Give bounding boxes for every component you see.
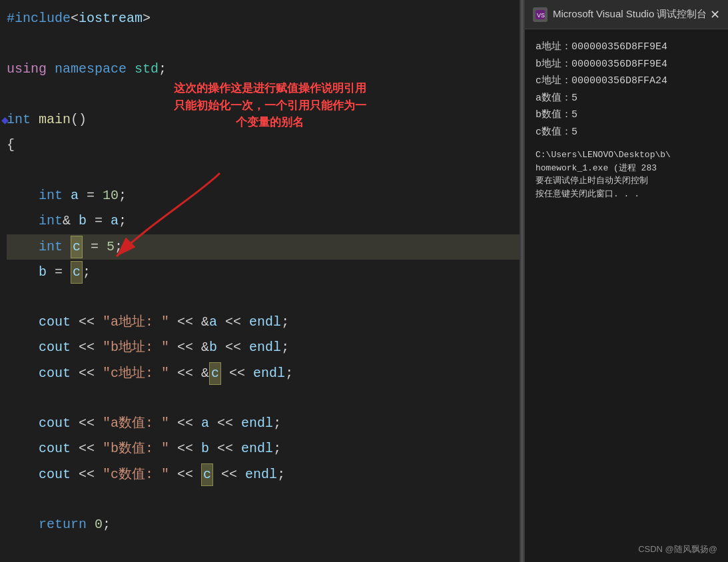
console-output-line-1: a地址：000000356D8FF9E4 xyxy=(536,39,717,56)
console-path-text: C:\Users\LENOVO\Desktop\b\ homework_1.ex… xyxy=(536,148,717,200)
code-line-blank6 xyxy=(7,487,520,513)
code-line-cout-b-val: cout << "b数值: " << b << endl; xyxy=(7,437,520,462)
console-output-line-3: c地址：000000356D8FFA24 xyxy=(536,73,717,90)
code-line-blank5 xyxy=(7,386,520,412)
code-line-include: #include<iostream> xyxy=(7,7,520,32)
highlight-c-var4: c xyxy=(201,463,213,486)
console-output-line-5: b数值：5 xyxy=(536,107,717,124)
breakpoint-indicator: ◆ xyxy=(1,111,9,131)
vs-icon: VS xyxy=(533,7,547,22)
console-footer: CSDN @随风飘扬@ xyxy=(638,543,717,555)
code-line-int-c: int c = 5; xyxy=(7,234,520,260)
code-line-return: return 0; xyxy=(7,513,520,538)
code-line-using: using namespace std; xyxy=(7,57,520,83)
code-line-cout-a-addr: cout << "a地址: " << &a << endl; xyxy=(7,310,520,336)
svg-text:VS: VS xyxy=(537,12,545,19)
annotation-bubble: 这次的操作这是进行赋值操作说明引用只能初始化一次，一个引用只能作为一个变量的别名 xyxy=(130,80,410,131)
code-line-blank7 xyxy=(7,538,520,562)
console-output-line-6: c数值：5 xyxy=(536,124,717,141)
preprocessor-hash: #include xyxy=(7,8,71,29)
console-title-text: Microsoft Visual Studio 调试控制台 xyxy=(553,8,707,21)
highlight-c-var: c xyxy=(71,236,83,258)
console-titlebar: VS Microsoft Visual Studio 调试控制台 ✕ xyxy=(525,0,728,29)
highlight-c-var3: c xyxy=(209,362,221,385)
code-line-cout-c-val: cout << "c数值: " << c << endl; xyxy=(7,462,520,487)
code-line-cout-c-addr: cout << "c地址: " << &c << endl; xyxy=(7,361,520,386)
code-line-int-a: int a = 10; xyxy=(7,184,520,209)
code-line-blank1 xyxy=(7,32,520,57)
console-close-button[interactable]: ✕ xyxy=(710,7,720,22)
console-output-area: a地址：000000356D8FF9E4 b地址：000000356D8FF9E… xyxy=(525,29,728,210)
code-line-int-b: int& b = a; xyxy=(7,209,520,234)
console-output-line-4: a数值：5 xyxy=(536,90,717,107)
code-line-cout-a-val: cout << "a数值: " << a << endl; xyxy=(7,412,520,437)
console-output-line-2: b地址：000000356D8FF9E4 xyxy=(536,56,717,73)
console-panel: VS Microsoft Visual Studio 调试控制台 ✕ a地址：0… xyxy=(525,0,728,562)
code-line-blank3 xyxy=(7,158,520,184)
panel-divider xyxy=(520,0,525,562)
console-title-left: VS Microsoft Visual Studio 调试控制台 xyxy=(533,7,707,22)
code-line-cout-b-addr: cout << "b地址: " << &b << endl; xyxy=(7,336,520,361)
code-line-assign-b: b = c; xyxy=(7,260,520,285)
code-line-blank4 xyxy=(7,285,520,310)
highlight-c-var2: c xyxy=(71,261,83,284)
code-line-brace-open: { xyxy=(7,133,520,158)
